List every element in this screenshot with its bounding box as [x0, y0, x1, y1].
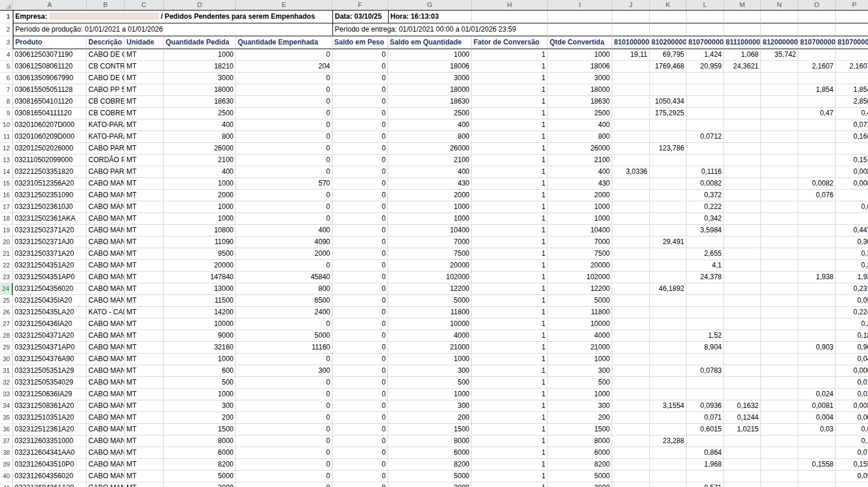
- cell[interactable]: [798, 213, 836, 225]
- cell[interactable]: 0: [236, 73, 332, 84]
- cell[interactable]: [687, 307, 724, 318]
- cell[interactable]: 0,0082: [687, 178, 724, 190]
- column-header-P[interactable]: P: [836, 0, 868, 10]
- cell[interactable]: MT: [125, 178, 164, 190]
- cell[interactable]: 1,854: [836, 84, 868, 96]
- cell[interactable]: [650, 447, 687, 459]
- cell[interactable]: 1: [472, 283, 548, 295]
- cell[interactable]: 1: [472, 330, 548, 342]
- cell[interactable]: 0,372: [687, 190, 724, 201]
- cell-date[interactable]: Data: 03/10/25: [332, 11, 388, 23]
- cell[interactable]: [612, 342, 650, 354]
- cell[interactable]: 3000: [548, 73, 612, 84]
- cell[interactable]: 0: [332, 377, 388, 389]
- cell[interactable]: [761, 412, 798, 424]
- cell[interactable]: 0: [236, 166, 332, 178]
- cell[interactable]: 12200: [548, 283, 612, 295]
- cell[interactable]: [798, 73, 836, 84]
- cell[interactable]: [761, 424, 798, 435]
- cell[interactable]: 032312508361A20: [13, 400, 87, 412]
- cell[interactable]: 2,1607: [798, 61, 836, 73]
- cell[interactable]: 2000: [548, 190, 612, 201]
- cell[interactable]: 032312510351A20: [13, 412, 87, 424]
- cell[interactable]: 0: [332, 73, 388, 84]
- cell[interactable]: [612, 213, 650, 225]
- cell[interactable]: 2,850: [836, 96, 868, 108]
- cell[interactable]: [724, 389, 761, 400]
- cell[interactable]: 1: [472, 459, 548, 471]
- cell[interactable]: MT: [125, 260, 164, 272]
- cell[interactable]: 11500: [164, 295, 236, 307]
- cell[interactable]: [612, 482, 650, 487]
- cell[interactable]: 03231250636IA29: [13, 389, 87, 400]
- cell[interactable]: MT: [125, 435, 164, 447]
- cell[interactable]: 0: [332, 272, 388, 283]
- cell[interactable]: 21000: [548, 342, 612, 354]
- cell[interactable]: CABO MAN: [87, 447, 125, 459]
- row-number[interactable]: 36: [0, 424, 13, 435]
- cell[interactable]: [724, 213, 761, 225]
- cell[interactable]: 300: [388, 400, 472, 412]
- cell[interactable]: 147840: [164, 272, 236, 283]
- cell[interactable]: [761, 471, 798, 482]
- cell[interactable]: [687, 119, 724, 131]
- cell[interactable]: 0,18: [836, 330, 868, 342]
- cell[interactable]: 0: [236, 96, 332, 108]
- cell[interactable]: 400: [388, 119, 472, 131]
- cell[interactable]: 400: [548, 119, 612, 131]
- cell[interactable]: 1000: [164, 49, 236, 61]
- cell[interactable]: 800: [236, 283, 332, 295]
- cell[interactable]: 0: [332, 412, 388, 424]
- cell[interactable]: 1: [472, 61, 548, 73]
- cell[interactable]: 1: [472, 131, 548, 143]
- cell[interactable]: 032312504351A20: [13, 260, 87, 272]
- cell[interactable]: 1769,468: [650, 61, 687, 73]
- cell[interactable]: 1: [472, 295, 548, 307]
- cell[interactable]: [724, 119, 761, 131]
- cell[interactable]: 10400: [388, 225, 472, 236]
- cell[interactable]: 6000: [164, 447, 236, 459]
- cell[interactable]: [761, 73, 798, 84]
- cell[interactable]: [761, 143, 798, 155]
- cell[interactable]: 0: [332, 213, 388, 225]
- cell[interactable]: 20000: [164, 260, 236, 272]
- cell[interactable]: 0: [332, 471, 388, 482]
- column-title-cell[interactable]: 810700000: [798, 36, 836, 49]
- cell[interactable]: [761, 190, 798, 201]
- cell[interactable]: 3000: [164, 482, 236, 487]
- cell[interactable]: [650, 84, 687, 96]
- cell[interactable]: [798, 295, 836, 307]
- cell[interactable]: 0,09: [836, 295, 868, 307]
- column-title-cell[interactable]: Saldo em Peso: [332, 36, 388, 49]
- cell[interactable]: [650, 330, 687, 342]
- row-number[interactable]: 20: [0, 236, 13, 248]
- cell[interactable]: 0,07: [836, 447, 868, 459]
- cell[interactable]: [650, 225, 687, 236]
- cell[interactable]: [687, 354, 724, 365]
- cell[interactable]: 2,1607: [836, 61, 868, 73]
- cell[interactable]: 11800: [388, 307, 472, 318]
- cell[interactable]: 032312504371A20: [13, 330, 87, 342]
- row-number[interactable]: 23: [0, 272, 13, 283]
- cell[interactable]: 9500: [164, 248, 236, 260]
- cell[interactable]: [724, 248, 761, 260]
- cell[interactable]: [761, 84, 798, 96]
- cell[interactable]: 0: [236, 119, 332, 131]
- row-number[interactable]: 21: [0, 248, 13, 260]
- cell[interactable]: [687, 318, 724, 330]
- cell[interactable]: [687, 471, 724, 482]
- cell[interactable]: 1: [472, 389, 548, 400]
- cell[interactable]: [612, 459, 650, 471]
- cell[interactable]: 4000: [388, 330, 472, 342]
- cell[interactable]: CABO MAN: [87, 213, 125, 225]
- cell[interactable]: 032312505354029: [13, 377, 87, 389]
- cell[interactable]: 1: [472, 260, 548, 272]
- cell[interactable]: [612, 131, 650, 143]
- cell[interactable]: 1,424: [687, 49, 724, 61]
- cell[interactable]: [761, 330, 798, 342]
- cell[interactable]: 26000: [548, 143, 612, 155]
- cell[interactable]: [724, 155, 761, 166]
- cell[interactable]: 0: [332, 236, 388, 248]
- cell[interactable]: [612, 61, 650, 73]
- cell[interactable]: [612, 330, 650, 342]
